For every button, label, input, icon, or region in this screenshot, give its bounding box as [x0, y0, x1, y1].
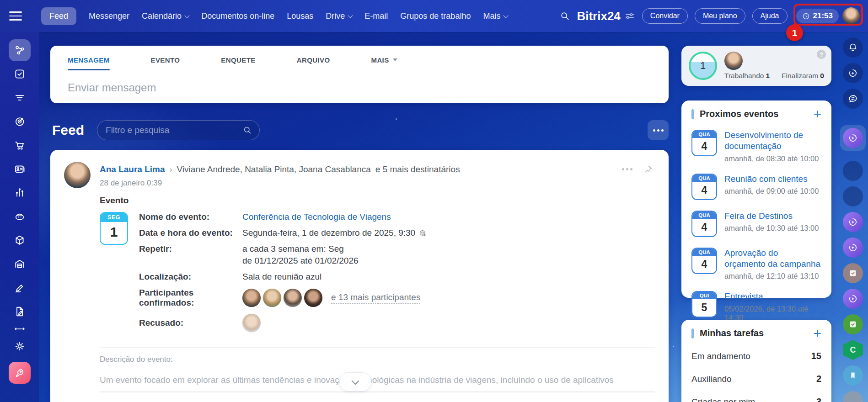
event-title-link[interactable]: Desenvolvimento de documentação [724, 130, 821, 152]
copilot-spark-icon [847, 293, 858, 304]
more-participants-link[interactable]: e 13 mais participantes [331, 292, 420, 304]
chat-avatar[interactable] [843, 161, 863, 181]
event-calendar-chip: QUA 4 [691, 130, 717, 156]
sidebar-item-feed[interactable] [9, 39, 31, 61]
main-content: MENSAGEM EVENTO ENQUETE ARQUIVO MAIS Env… [50, 0, 669, 402]
participant-avatar[interactable] [304, 289, 322, 307]
sidebar-item-marketing[interactable] [9, 111, 31, 132]
task-row-in-progress[interactable]: Em andamento15 [691, 351, 821, 361]
copilot-chat-button[interactable] [843, 238, 863, 258]
timer-value: 21:53 [813, 11, 833, 21]
my-tasks-card: Minhas tarefas + Em andamento15 Auxilian… [681, 320, 831, 402]
event-calendar-chip: QUA 4 [691, 174, 717, 200]
profile-avatar[interactable] [842, 7, 860, 25]
sidebar-item-sign[interactable] [9, 277, 31, 299]
check-square-icon [14, 68, 26, 80]
pin-icon[interactable] [643, 164, 653, 174]
bookmark-icon [848, 370, 858, 381]
check-square-icon [848, 268, 858, 278]
filter-search-input[interactable] [105, 125, 243, 136]
copilot-spark-icon [847, 242, 858, 253]
task-row-created-by-me[interactable]: Criadas por mim3 [691, 397, 821, 402]
my-plan-button[interactable]: Meu plano [695, 8, 745, 24]
event-list-item[interactable]: QUA 4 Aprovação do orçamento da campanha… [691, 248, 821, 281]
notifications-button[interactable] [843, 37, 863, 58]
timezone-globe-icon[interactable] [419, 229, 427, 237]
more-chats-button[interactable] [843, 391, 863, 402]
sidebar-item-store[interactable] [9, 134, 31, 156]
field-label-participants: Participantes confirmados: [139, 288, 242, 308]
work-timer[interactable]: 21:53 [796, 7, 862, 25]
event-list-item[interactable]: QUA 4 Feira de Destinos amanhã, de 10:30… [691, 211, 821, 237]
participant-avatar[interactable] [284, 289, 302, 307]
event-time: 05/02/2026, de 13:30 até 14:30 [724, 305, 821, 322]
author-link[interactable]: Ana Laura Lima [100, 164, 165, 175]
event-name-link[interactable]: Conferência de Tecnologia de Viagens [242, 212, 391, 222]
tab-more[interactable]: MAIS [371, 46, 397, 74]
event-list-item[interactable]: QUA 4 Reunião com clientes amanhã, de 09… [691, 174, 821, 200]
event-title-link[interactable]: Feira de Destinos [724, 211, 819, 222]
bell-icon [847, 42, 858, 53]
tab-poll[interactable]: ENQUETE [221, 46, 255, 74]
sidebar-item-warehouse[interactable] [9, 253, 31, 275]
sidebar-item-analytics[interactable] [9, 182, 31, 204]
sidebar-item-launchpad[interactable] [9, 362, 31, 384]
tab-file[interactable]: ARQUIVO [297, 46, 330, 74]
add-event-button[interactable]: + [813, 109, 821, 119]
event-repeat-rule: a cada 3 semana em: Seg [242, 244, 359, 254]
gear-icon [14, 340, 26, 352]
sidebar-item-smart-documents[interactable] [9, 301, 31, 323]
chat-sync-icon [847, 93, 858, 104]
working-user-avatar[interactable] [724, 52, 743, 70]
participant-avatar[interactable] [263, 289, 281, 307]
event-calendar-chip: SEG 1 [100, 212, 128, 245]
copilot-chat-button[interactable] [843, 289, 863, 309]
add-task-button[interactable]: + [813, 328, 821, 339]
share-network-icon [14, 44, 26, 56]
copilot-chat-button[interactable] [843, 212, 863, 232]
warehouse-icon [14, 258, 26, 270]
tab-message[interactable]: MENSAGEM [68, 46, 110, 74]
feed-options-button[interactable] [648, 120, 669, 140]
events-card-title: Proximos eventos [700, 109, 778, 119]
sidebar-resize-handle[interactable] [9, 324, 31, 333]
message-input[interactable]: Enviar mensagem [50, 74, 669, 101]
event-title-link[interactable]: Entrevista [724, 291, 821, 302]
help-button[interactable]: Ajuda [752, 8, 788, 24]
task-chat-button[interactable] [843, 314, 863, 334]
presence-widget[interactable]: 1 Trabalhando1 Finalizaram0 ? [681, 46, 831, 86]
expand-description-button[interactable] [339, 372, 371, 391]
event-title-link[interactable]: Aprovação do orçamento da campanha [724, 248, 821, 270]
tab-event[interactable]: EVENTO [151, 46, 180, 74]
declined-avatar[interactable] [242, 314, 261, 332]
sidebar-item-crm[interactable] [9, 87, 31, 109]
description-text: Um evento focado em explorar as últimas … [100, 375, 655, 385]
recipients-more-text[interactable]: e 5 mais destinatários [375, 164, 460, 175]
post-menu-button[interactable] [622, 168, 632, 170]
hamburger-menu-icon[interactable] [9, 11, 22, 21]
sidebar-item-tasks[interactable] [9, 63, 31, 85]
help-question-icon[interactable]: ? [817, 50, 826, 59]
sidebar-item-ai[interactable] [9, 206, 31, 227]
task-chat-button[interactable] [843, 263, 863, 283]
search-icon[interactable] [243, 126, 252, 135]
event-list-item[interactable]: QUI 5 Entrevista 05/02/2026, de 13:30 at… [691, 291, 821, 322]
chat-avatar[interactable] [843, 186, 863, 206]
feed-filter[interactable] [97, 120, 260, 140]
sidebar-item-contact-center[interactable] [9, 158, 31, 180]
author-avatar[interactable] [64, 162, 91, 188]
copilot-active-slot[interactable] [840, 125, 866, 151]
chat-transfer-button[interactable] [843, 89, 863, 109]
copilot-button[interactable] [843, 63, 863, 83]
sidebar-item-products[interactable] [9, 229, 31, 251]
participant-avatar[interactable] [242, 289, 261, 307]
timer-pill[interactable]: 21:53 [796, 9, 839, 23]
bookmark-button[interactable] [843, 365, 863, 386]
event-title-link[interactable]: Reunião com clientes [724, 174, 819, 185]
copilot-purple-button[interactable] [843, 128, 863, 148]
sidebar-item-settings[interactable] [9, 335, 31, 357]
event-list-item[interactable]: QUA 4 Desenvolvimento de documentação am… [691, 130, 821, 163]
event-calendar-chip: QUA 4 [691, 248, 717, 274]
task-row-assisting[interactable]: Auxiliando2 [691, 374, 821, 384]
c-app-button[interactable]: C [843, 340, 863, 360]
